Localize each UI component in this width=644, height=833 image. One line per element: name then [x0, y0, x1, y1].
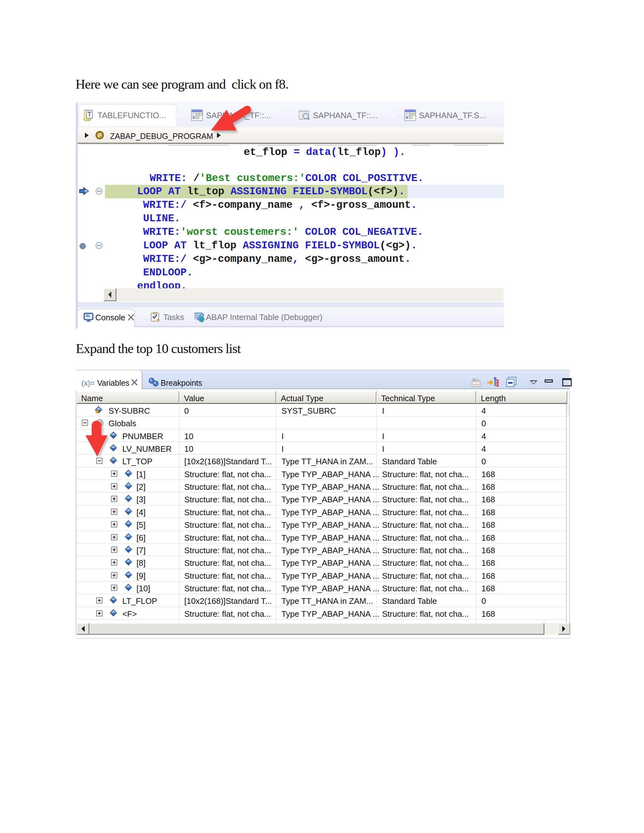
svg-text:P: P — [98, 133, 101, 138]
